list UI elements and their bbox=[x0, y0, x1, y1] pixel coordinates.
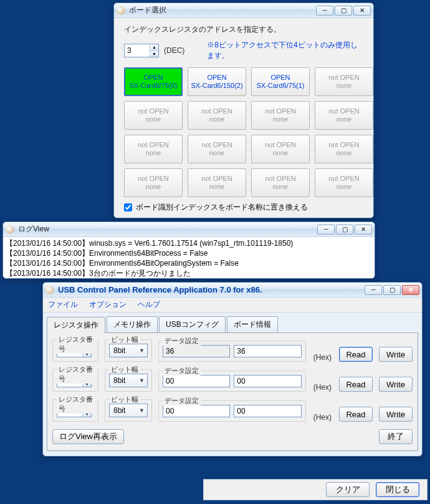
bit-label: ビット幅 bbox=[109, 335, 140, 344]
board-cell-1[interactable]: OPEN SX-Card6/150(2) bbox=[188, 67, 246, 96]
app-icon bbox=[117, 6, 125, 15]
board-cell-9: not OPEN none bbox=[188, 135, 246, 163]
tab-strip: レジスタ操作メモリ操作USBコンフィグボード情報 bbox=[47, 316, 418, 333]
bitwidth-select[interactable]: 8bit bbox=[109, 374, 148, 387]
board-cell-8: not OPEN none bbox=[124, 135, 183, 163]
window-title: ログView bbox=[18, 224, 317, 235]
bit-label: ビット幅 bbox=[109, 365, 140, 374]
close-button[interactable]: ✕ bbox=[402, 285, 419, 295]
maximize-button[interactable]: ▢ bbox=[335, 6, 352, 16]
titlebar[interactable]: USB Control Panel Reference Application … bbox=[43, 283, 422, 298]
app-icon bbox=[6, 225, 14, 234]
board-grid: OPEN SX-Card6/75(0)OPEN SX-Card6/150(2)O… bbox=[124, 67, 363, 197]
window-title: USB Control Panel Reference Application … bbox=[58, 285, 365, 294]
log-view-window: ログView ─ ▢ ✕ 【2013/01/16 14:50:00】winusb… bbox=[2, 221, 375, 279]
hex-label: (Hex) bbox=[313, 353, 332, 362]
minimize-button[interactable]: ─ bbox=[365, 285, 382, 295]
data-label: データ設定 bbox=[163, 366, 201, 376]
board-cell-2[interactable]: OPEN SX-Card6/75(1) bbox=[251, 67, 310, 96]
read-button[interactable]: Read bbox=[339, 377, 373, 392]
bitwidth-select[interactable]: 8bit bbox=[109, 404, 148, 417]
board-cell-5: not OPEN none bbox=[188, 101, 246, 130]
reg-label: レジスタ番号 bbox=[57, 395, 98, 414]
write-button[interactable]: Write bbox=[379, 347, 413, 362]
tab-body: レジスタ番号▲▼ビット幅8bitデータ設定(Hex)ReadWriteレジスタ番… bbox=[47, 333, 418, 451]
board-cell-0[interactable]: OPEN SX-Card6/75(0) bbox=[124, 67, 183, 96]
data-field-1[interactable] bbox=[163, 375, 230, 387]
reg-label: レジスタ番号 bbox=[57, 365, 98, 384]
read-button[interactable]: Read bbox=[339, 407, 373, 422]
data-label: データ設定 bbox=[163, 336, 201, 346]
data-field-1[interactable] bbox=[163, 405, 230, 417]
tab-2[interactable]: USBコンフィグ bbox=[159, 316, 226, 332]
log-redisplay-button[interactable]: ログView再表示 bbox=[52, 429, 124, 444]
data-label: データ設定 bbox=[163, 396, 201, 405]
board-cell-10: not OPEN none bbox=[251, 135, 310, 163]
board-cell-12: not OPEN none bbox=[124, 168, 183, 197]
app-icon bbox=[45, 286, 54, 294]
data-field-1[interactable] bbox=[163, 345, 230, 357]
board-cell-11: not OPEN none bbox=[315, 135, 373, 163]
data-field-2[interactable] bbox=[234, 405, 301, 417]
tab-1[interactable]: メモリ操作 bbox=[107, 316, 158, 332]
tab-0[interactable]: レジスタ操作 bbox=[47, 317, 105, 333]
spin-up-icon[interactable]: ▲ bbox=[150, 44, 158, 51]
board-cell-7: not OPEN none bbox=[315, 101, 373, 130]
index-input[interactable] bbox=[125, 44, 150, 57]
titlebar[interactable]: ログView ─ ▢ ✕ bbox=[3, 222, 375, 237]
minimize-button[interactable]: ─ bbox=[316, 6, 333, 16]
clear-button[interactable]: クリア bbox=[326, 482, 370, 497]
data-field-2[interactable] bbox=[234, 345, 301, 357]
usb-control-window: USB Control Panel Reference Application … bbox=[42, 282, 423, 457]
close-button[interactable]: ✕ bbox=[355, 225, 372, 235]
menu-bar: ファイルオプションヘルプ bbox=[43, 298, 422, 313]
log-line: 【2013/01/16 14:50:00】3台のボードが見つかりました bbox=[6, 268, 372, 278]
menu-2[interactable]: ヘルプ bbox=[138, 299, 160, 310]
hex-label: (Hex) bbox=[313, 383, 332, 392]
rename-checkbox-label: ボード識別インデックスをボード名称に置き換える bbox=[136, 202, 308, 213]
rename-checkbox[interactable] bbox=[124, 203, 132, 211]
board-cell-13: not OPEN none bbox=[188, 168, 246, 197]
board-cell-4: not OPEN none bbox=[124, 101, 183, 130]
instruction-text: インデックスレジスタのアドレスを指定する。 bbox=[124, 24, 363, 35]
board-cell-6: not OPEN none bbox=[251, 101, 310, 130]
register-row-1: レジスタ番号▲▼ビット幅8bitデータ設定(Hex)ReadWrite bbox=[52, 369, 413, 392]
reg-label: レジスタ番号 bbox=[57, 335, 98, 354]
menu-0[interactable]: ファイル bbox=[48, 299, 78, 310]
board-cell-15: not OPEN none bbox=[315, 168, 373, 197]
minimize-button[interactable]: ─ bbox=[317, 225, 335, 235]
write-button[interactable]: Write bbox=[379, 377, 413, 392]
data-field-2[interactable] bbox=[234, 375, 301, 387]
maximize-button[interactable]: ▢ bbox=[383, 285, 401, 295]
read-button[interactable]: Read bbox=[339, 347, 373, 362]
tab-3[interactable]: ボード情報 bbox=[227, 316, 278, 332]
maximize-button[interactable]: ▢ bbox=[336, 225, 353, 235]
board-cell-14: not OPEN none bbox=[251, 168, 310, 197]
index-spinner[interactable]: ▲ ▼ bbox=[124, 44, 159, 57]
spin-down-icon[interactable]: ▼ bbox=[150, 51, 158, 57]
bit-note: ※8ビットアクセスで下位4ビットのみ使用します。 bbox=[207, 40, 363, 61]
close-button[interactable]: ✕ bbox=[353, 6, 371, 16]
titlebar[interactable]: ボード選択 ─ ▢ ✕ bbox=[114, 3, 373, 18]
hex-label: (Hex) bbox=[313, 413, 332, 422]
window-title: ボード選択 bbox=[129, 5, 316, 16]
register-row-2: レジスタ番号▲▼ビット幅8bitデータ設定(Hex)ReadWrite bbox=[52, 399, 413, 422]
board-cell-3: not OPEN none bbox=[315, 67, 373, 96]
register-row-0: レジスタ番号▲▼ビット幅8bitデータ設定(Hex)ReadWrite bbox=[52, 339, 413, 362]
bit-label: ビット幅 bbox=[109, 395, 140, 404]
write-button[interactable]: Write bbox=[379, 407, 413, 422]
log-line: 【2013/01/16 14:50:00】EnvironmentIs64BitO… bbox=[6, 258, 372, 268]
log-content: 【2013/01/16 14:50:00】winusb.sys = Ver6.1… bbox=[3, 237, 375, 279]
outer-button-bar: クリア 閉じる bbox=[203, 479, 428, 500]
log-line: 【2013/01/16 14:50:00】EnvironmentIs64BitP… bbox=[6, 248, 372, 258]
exit-button[interactable]: 終了 bbox=[379, 429, 413, 444]
bitwidth-select[interactable]: 8bit bbox=[109, 344, 148, 357]
board-select-window: ボード選択 ─ ▢ ✕ インデックスレジスタのアドレスを指定する。 ▲ ▼ (D… bbox=[113, 2, 374, 218]
close-dialog-button[interactable]: 閉じる bbox=[376, 482, 419, 497]
menu-1[interactable]: オプション bbox=[89, 299, 127, 310]
dec-label: (DEC) bbox=[164, 46, 184, 55]
log-line: 【2013/01/16 14:50:00】winusb.sys = Ver6.1… bbox=[6, 238, 372, 248]
